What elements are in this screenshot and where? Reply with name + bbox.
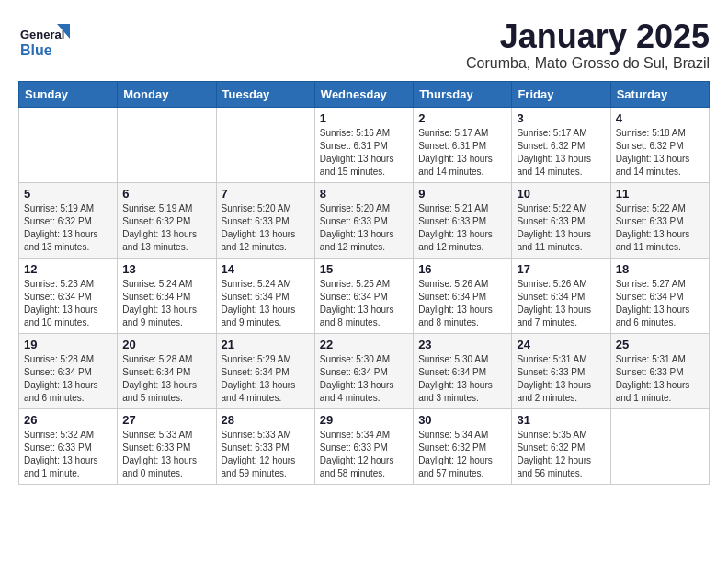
day-number: 31 [517,413,605,427]
day-info: Sunrise: 5:18 AM Sunset: 6:32 PM Dayligh… [616,127,704,178]
day-info: Sunrise: 5:24 AM Sunset: 6:34 PM Dayligh… [122,278,210,329]
day-info: Sunrise: 5:31 AM Sunset: 6:33 PM Dayligh… [517,353,605,405]
calendar-cell [118,107,216,182]
calendar-cell: 28Sunrise: 5:33 AM Sunset: 6:33 PM Dayli… [216,408,314,484]
day-info: Sunrise: 5:24 AM Sunset: 6:34 PM Dayligh… [222,278,310,329]
day-info: Sunrise: 5:17 AM Sunset: 6:31 PM Dayligh… [418,127,506,178]
day-number: 23 [418,338,506,351]
header-tuesday: Tuesday [216,81,314,107]
calendar-week-5: 26Sunrise: 5:32 AM Sunset: 6:33 PM Dayli… [19,408,710,484]
day-number: 20 [122,338,210,351]
day-info: Sunrise: 5:33 AM Sunset: 6:33 PM Dayligh… [222,429,310,480]
day-number: 9 [418,187,506,201]
calendar-cell: 10Sunrise: 5:22 AM Sunset: 6:33 PM Dayli… [512,182,610,258]
calendar-cell: 17Sunrise: 5:26 AM Sunset: 6:34 PM Dayli… [512,258,610,333]
header-monday: Monday [118,81,216,107]
title-section: January 2025 Corumba, Mato Grosso do Sul… [466,18,710,72]
calendar-week-4: 19Sunrise: 5:28 AM Sunset: 6:34 PM Dayli… [19,333,710,408]
calendar-title: January 2025 [466,18,710,55]
calendar-cell: 20Sunrise: 5:28 AM Sunset: 6:34 PM Dayli… [118,333,216,408]
day-info: Sunrise: 5:26 AM Sunset: 6:34 PM Dayligh… [418,278,506,329]
calendar-cell: 26Sunrise: 5:32 AM Sunset: 6:33 PM Dayli… [19,408,118,484]
calendar-cell: 15Sunrise: 5:25 AM Sunset: 6:34 PM Dayli… [314,258,413,333]
logo: General Blue [18,18,74,64]
day-info: Sunrise: 5:28 AM Sunset: 6:34 PM Dayligh… [122,353,210,405]
calendar-cell: 22Sunrise: 5:30 AM Sunset: 6:34 PM Dayli… [314,333,413,408]
header-thursday: Thursday [414,81,512,107]
day-info: Sunrise: 5:30 AM Sunset: 6:34 PM Dayligh… [418,353,506,405]
calendar-cell: 31Sunrise: 5:35 AM Sunset: 6:32 PM Dayli… [512,408,610,484]
calendar-cell [610,408,709,484]
calendar-cell: 2Sunrise: 5:17 AM Sunset: 6:31 PM Daylig… [414,107,512,182]
day-number: 29 [320,413,408,427]
day-number: 12 [24,262,112,276]
calendar-table: Sunday Monday Tuesday Wednesday Thursday… [18,81,710,485]
day-info: Sunrise: 5:17 AM Sunset: 6:32 PM Dayligh… [517,127,605,178]
header-saturday: Saturday [610,81,709,107]
calendar-subtitle: Corumba, Mato Grosso do Sul, Brazil [466,55,710,72]
day-number: 2 [418,111,506,125]
header-wednesday: Wednesday [314,81,413,107]
calendar-cell: 1Sunrise: 5:16 AM Sunset: 6:31 PM Daylig… [314,107,413,182]
day-number: 11 [616,187,704,201]
calendar-cell: 30Sunrise: 5:34 AM Sunset: 6:32 PM Dayli… [414,408,512,484]
calendar-cell: 18Sunrise: 5:27 AM Sunset: 6:34 PM Dayli… [610,258,709,333]
day-info: Sunrise: 5:16 AM Sunset: 6:31 PM Dayligh… [320,127,408,178]
calendar-cell: 7Sunrise: 5:20 AM Sunset: 6:33 PM Daylig… [216,182,314,258]
day-info: Sunrise: 5:34 AM Sunset: 6:33 PM Dayligh… [320,429,408,480]
day-info: Sunrise: 5:33 AM Sunset: 6:33 PM Dayligh… [122,429,210,480]
calendar-cell: 23Sunrise: 5:30 AM Sunset: 6:34 PM Dayli… [414,333,512,408]
calendar-week-1: 1Sunrise: 5:16 AM Sunset: 6:31 PM Daylig… [19,107,710,182]
day-number: 6 [122,187,210,201]
day-number: 22 [320,338,408,351]
calendar-cell: 19Sunrise: 5:28 AM Sunset: 6:34 PM Dayli… [19,333,118,408]
day-number: 15 [320,262,408,276]
calendar-cell: 27Sunrise: 5:33 AM Sunset: 6:33 PM Dayli… [118,408,216,484]
days-header-row: Sunday Monday Tuesday Wednesday Thursday… [19,81,710,107]
calendar-cell: 9Sunrise: 5:21 AM Sunset: 6:33 PM Daylig… [414,182,512,258]
logo-icon: General Blue [18,18,74,64]
day-info: Sunrise: 5:25 AM Sunset: 6:34 PM Dayligh… [320,278,408,329]
day-number: 1 [320,111,408,125]
day-info: Sunrise: 5:32 AM Sunset: 6:33 PM Dayligh… [24,429,112,480]
calendar-cell: 3Sunrise: 5:17 AM Sunset: 6:32 PM Daylig… [512,107,610,182]
calendar-cell: 16Sunrise: 5:26 AM Sunset: 6:34 PM Dayli… [414,258,512,333]
day-info: Sunrise: 5:30 AM Sunset: 6:34 PM Dayligh… [320,353,408,405]
svg-text:Blue: Blue [20,42,52,58]
day-number: 28 [222,413,310,427]
day-number: 4 [616,111,704,125]
day-number: 14 [222,262,310,276]
calendar-cell: 4Sunrise: 5:18 AM Sunset: 6:32 PM Daylig… [610,107,709,182]
day-info: Sunrise: 5:28 AM Sunset: 6:34 PM Dayligh… [24,353,112,405]
day-number: 26 [24,413,112,427]
calendar-cell: 13Sunrise: 5:24 AM Sunset: 6:34 PM Dayli… [118,258,216,333]
calendar-cell [216,107,314,182]
day-number: 24 [517,338,605,351]
header-sunday: Sunday [19,81,118,107]
day-info: Sunrise: 5:35 AM Sunset: 6:32 PM Dayligh… [517,429,605,480]
day-info: Sunrise: 5:21 AM Sunset: 6:33 PM Dayligh… [418,202,506,254]
day-info: Sunrise: 5:19 AM Sunset: 6:32 PM Dayligh… [24,202,112,254]
calendar-cell: 25Sunrise: 5:31 AM Sunset: 6:33 PM Dayli… [610,333,709,408]
day-info: Sunrise: 5:26 AM Sunset: 6:34 PM Dayligh… [517,278,605,329]
day-number: 27 [122,413,210,427]
calendar-cell: 29Sunrise: 5:34 AM Sunset: 6:33 PM Dayli… [314,408,413,484]
calendar-cell: 21Sunrise: 5:29 AM Sunset: 6:34 PM Dayli… [216,333,314,408]
day-info: Sunrise: 5:20 AM Sunset: 6:33 PM Dayligh… [320,202,408,254]
svg-text:General: General [20,28,64,41]
day-number: 13 [122,262,210,276]
day-number: 3 [517,111,605,125]
calendar-week-2: 5Sunrise: 5:19 AM Sunset: 6:32 PM Daylig… [19,182,710,258]
day-info: Sunrise: 5:34 AM Sunset: 6:32 PM Dayligh… [418,429,506,480]
day-info: Sunrise: 5:31 AM Sunset: 6:33 PM Dayligh… [616,353,704,405]
calendar-cell: 24Sunrise: 5:31 AM Sunset: 6:33 PM Dayli… [512,333,610,408]
day-number: 5 [24,187,112,201]
calendar-cell: 14Sunrise: 5:24 AM Sunset: 6:34 PM Dayli… [216,258,314,333]
day-number: 21 [222,338,310,351]
day-number: 19 [24,338,112,351]
day-number: 30 [418,413,506,427]
calendar-cell: 6Sunrise: 5:19 AM Sunset: 6:32 PM Daylig… [118,182,216,258]
calendar-cell [19,107,118,182]
header-friday: Friday [512,81,610,107]
day-number: 10 [517,187,605,201]
